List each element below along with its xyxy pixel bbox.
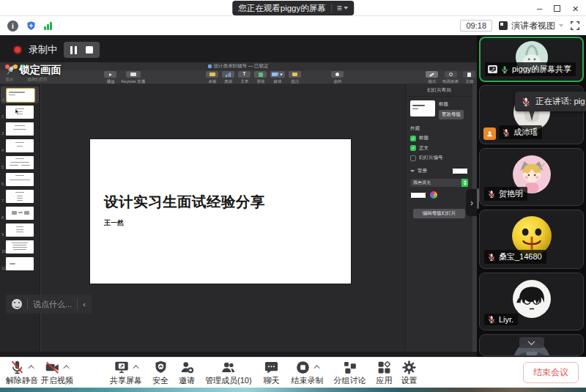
keynote-format-tab[interactable]: 格式 <box>426 71 438 85</box>
chat-collapse-arrow[interactable]: ‹ <box>83 300 86 308</box>
background-color-swatch[interactable] <box>452 168 468 174</box>
chat-input-placeholder[interactable]: 说点什么... <box>33 299 72 310</box>
meeting-info-icon[interactable]: i <box>7 21 18 32</box>
participant-tile-piggy[interactable]: piggy的屏幕共享 <box>479 37 584 82</box>
minimize-button[interactable]: – <box>537 4 542 13</box>
security-shield-icon <box>153 360 168 375</box>
invite-button[interactable]: 邀请 <box>179 359 195 386</box>
checkbox-checked-icon: ✓ <box>410 145 416 151</box>
checkbox-unchecked-icon <box>410 155 416 161</box>
keynote-inspector-tabs: 格式 动画效果 文稿 <box>426 71 475 85</box>
sidebar-scrollbar[interactable] <box>477 188 479 209</box>
keynote-table-button[interactable]: 表格 <box>206 71 218 85</box>
pin-overlay[interactable]: 锁定画面 <box>4 63 62 77</box>
record-dot-icon <box>13 45 22 54</box>
fullscreen-icon[interactable] <box>570 21 580 31</box>
slide-thumb-9[interactable]: 9 <box>0 221 40 238</box>
pin-label: 锁定画面 <box>19 63 62 77</box>
fill-color-swatch[interactable] <box>410 192 426 199</box>
maximize-button[interactable] <box>554 5 560 12</box>
unmute-button[interactable]: 解除静音 <box>6 359 38 386</box>
participant-name: 贺艳明 <box>499 188 523 199</box>
slide-number-checkbox-row[interactable]: 幻灯片编号 <box>410 155 468 161</box>
inspector-header: 幻灯片布局 <box>406 84 472 97</box>
chevron-up-icon[interactable] <box>63 365 69 371</box>
close-button[interactable]: × <box>572 3 579 14</box>
chat-button[interactable]: 聊天 <box>264 359 280 386</box>
slide-author: 王一然 <box>104 218 351 228</box>
participant-name-bar: 成沛瑶 <box>499 125 542 139</box>
slide-thumb-4[interactable]: 4 <box>0 137 40 154</box>
window-controls: – × <box>537 0 579 16</box>
cursor-icon <box>15 108 20 115</box>
slide-thumb-7[interactable]: 7 <box>0 188 40 204</box>
stop-record-button[interactable]: 结束录制 <box>292 359 324 386</box>
slide-thumb-8[interactable]: 8 <box>0 204 40 221</box>
slide-thumb-5[interactable]: 5 <box>0 154 40 171</box>
camera-off-icon <box>45 360 60 375</box>
breakout-rooms-button[interactable]: 分组讨论 <box>334 359 366 386</box>
mic-muted-icon <box>487 315 496 324</box>
quick-chat-bar[interactable]: 说点什么... ‹ <box>6 295 92 314</box>
participant-tile-partial[interactable] <box>479 334 584 356</box>
pause-recording-button[interactable] <box>70 46 77 54</box>
edit-master-button[interactable]: 编辑母版幻灯片 <box>413 209 465 218</box>
background-row[interactable]: 背景 <box>410 168 468 174</box>
keynote-chart-button[interactable]: 图表 <box>222 71 234 85</box>
slide-thumb-3[interactable]: 3 <box>0 120 40 137</box>
invite-person-icon <box>179 360 195 375</box>
keynote-add-slide-label: 添加幻灯片 <box>27 76 48 82</box>
share-screen-button[interactable]: 共享屏幕 <box>110 359 142 386</box>
slide-thumb-1[interactable]: 1 <box>1 86 39 103</box>
collapse-panel-tab[interactable]: › <box>466 189 477 216</box>
collapse-tiles-button[interactable] <box>519 337 544 348</box>
body-checkbox-row[interactable]: ✓正文 <box>410 145 468 152</box>
title-checkbox-row[interactable]: ✓标题 <box>410 135 468 141</box>
keynote-text-button[interactable]: T文本 <box>238 71 251 85</box>
emoji-icon[interactable] <box>12 299 22 309</box>
master-name: 标题 <box>439 101 464 108</box>
keynote-document-tab[interactable]: 文稿 <box>463 71 475 85</box>
slide-thumb-2[interactable]: 2 <box>0 103 40 120</box>
color-wheel-icon[interactable] <box>430 191 437 199</box>
keynote-live-button[interactable]: Keynote 直播 <box>120 71 146 85</box>
keynote-shape-button[interactable]: 形状 <box>254 71 267 85</box>
settings-button[interactable]: 设置 <box>401 359 418 386</box>
participant-tile-sangbao[interactable]: 桑宝_14680 <box>479 210 584 269</box>
recording-label: 录制中 <box>29 43 57 56</box>
keynote-comment-button[interactable]: 批注 <box>289 71 301 85</box>
keynote-animate-tab[interactable]: 动画效果 <box>442 71 459 85</box>
manage-members-button[interactable]: 管理成员(10) <box>205 359 252 386</box>
format-inspector: 幻灯片布局 标题 更改母版 外观 ✓标题 ✓正文 幻灯片编号 <box>405 84 472 352</box>
apps-icon <box>377 360 392 375</box>
banner-options-icon[interactable]: ≡ <box>337 3 348 13</box>
view-mode-button[interactable]: 演讲者视图 <box>499 20 563 32</box>
banner-divider <box>331 4 332 12</box>
keynote-collaborate-button[interactable]: 协作 <box>331 71 344 85</box>
participant-name-bar: piggy的屏幕共享 <box>485 62 576 76</box>
participant-tile-liyr[interactable]: Liyr. <box>479 273 584 330</box>
keynote-media-button[interactable]: 媒体 <box>270 71 285 85</box>
chevron-up-icon[interactable] <box>314 365 319 371</box>
stop-record-icon <box>295 360 311 375</box>
participant-name-bar: Liyr. <box>484 314 518 325</box>
keynote-play-button[interactable]: 播放 <box>104 71 116 85</box>
slide-thumb-10[interactable]: 10 <box>0 238 40 255</box>
stop-recording-button[interactable] <box>86 46 93 53</box>
apps-button[interactable]: 应用 <box>377 359 393 386</box>
slide-thumb-6[interactable]: 6 <box>0 171 40 188</box>
end-meeting-button[interactable]: 结束会议 <box>523 362 579 383</box>
current-slide[interactable]: 设计实习生面试经验分享 王一然 <box>90 139 351 284</box>
chevron-up-icon[interactable] <box>133 365 138 371</box>
participant-tile-heyanming[interactable]: 贺艳明 <box>479 148 584 206</box>
chevron-up-icon[interactable] <box>28 365 34 371</box>
encryption-shield-icon[interactable] <box>26 21 37 32</box>
change-master-button[interactable]: 更改母版 <box>439 110 464 119</box>
viewing-banner[interactable]: 您正在观看piggy的屏幕 ≡ <box>232 1 354 15</box>
start-video-button[interactable]: 开启视频 <box>41 359 73 386</box>
participants-sidebar: piggy的屏幕共享 成沛瑶 贺艳明 <box>477 35 586 357</box>
security-button[interactable]: 安全 <box>152 359 168 386</box>
slide-thumb-11[interactable]: 11 <box>0 255 40 272</box>
fill-mode-select[interactable]: 颜色填充 <box>410 179 468 187</box>
slide-title: 设计实习生面试经验分享 <box>104 192 351 212</box>
